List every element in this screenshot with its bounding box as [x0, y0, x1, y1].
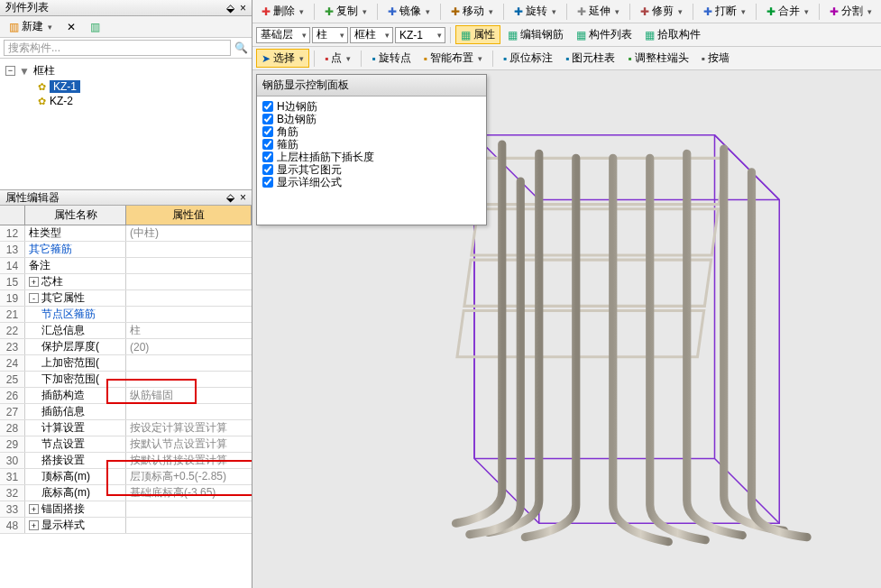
- property-row[interactable]: 30搭接设置按默认搭接设置计算: [0, 453, 252, 469]
- property-row[interactable]: 33+锚固搭接: [0, 501, 252, 518]
- property-row[interactable]: 13其它箍筋: [0, 242, 252, 258]
- checkbox[interactable]: [262, 101, 273, 112]
- property-row[interactable]: 24上加密范围(: [0, 355, 252, 372]
- property-row[interactable]: 28计算设置按设定计算设置计算: [0, 420, 252, 436]
- btn-按墙[interactable]: ▪按墙: [696, 49, 735, 68]
- check-上层柱插筋下插长度[interactable]: 上层柱插筋下插长度: [262, 151, 481, 163]
- new-button[interactable]: ▥ 新建: [4, 17, 58, 36]
- checkbox[interactable]: [262, 152, 273, 162]
- btn-图元柱表[interactable]: ▪图元柱表: [560, 49, 620, 68]
- btn-属性[interactable]: ▦属性: [455, 25, 500, 44]
- property-row[interactable]: 27插筋信息: [0, 404, 252, 420]
- context-toolbar: 基础层柱框柱KZ-1▦属性▦编辑钢筋▦构件列表▦拾取构件: [252, 23, 881, 47]
- btn-编辑钢筋[interactable]: ▦编辑钢筋: [502, 25, 569, 44]
- tool-icon: ▪: [424, 52, 427, 65]
- btn-智能布置[interactable]: ▪智能布置: [418, 49, 488, 68]
- property-row[interactable]: 48+显示样式: [0, 518, 252, 534]
- search-icon[interactable]: 🔍: [234, 41, 248, 54]
- action-toolbar: ➤选择▪点▪旋转点▪智能布置▪原位标注▪图元柱表▪调整柱端头▪按墙: [252, 47, 881, 70]
- checkbox[interactable]: [262, 164, 273, 175]
- cmd-分割[interactable]: ✚分割: [824, 2, 877, 21]
- cmd-复制[interactable]: ✚复制: [319, 2, 372, 21]
- cmd-合并[interactable]: ✚合并: [761, 2, 814, 21]
- close-icon[interactable]: ×: [240, 191, 246, 204]
- component-tree: − ▼ 框柱 ✿ KZ-1 ✿ KZ-2: [0, 59, 252, 189]
- property-row[interactable]: 29节点设置按默认节点设置计算: [0, 436, 252, 453]
- pin-icon[interactable]: ⬙: [226, 191, 234, 204]
- cmd-打断[interactable]: ✚打断: [698, 2, 751, 21]
- property-row[interactable]: 23保护层厚度((20): [0, 339, 252, 355]
- new-icon: ▥: [9, 21, 19, 33]
- tree-item-kz2[interactable]: ✿ KZ-2: [5, 94, 246, 108]
- tool-icon: ▪: [565, 52, 569, 65]
- btn-点[interactable]: ▪点: [319, 49, 356, 68]
- component-list-title: 列件列表: [5, 0, 226, 15]
- cmd-移动[interactable]: ✚移动: [445, 2, 499, 21]
- combo-框柱[interactable]: 框柱: [350, 27, 393, 43]
- checkbox[interactable]: [262, 126, 273, 137]
- property-row[interactable]: 26插筋构造纵筋锚固: [0, 388, 252, 404]
- checkbox[interactable]: [262, 177, 273, 188]
- search-input[interactable]: [4, 40, 231, 56]
- property-row[interactable]: 32底标高(m)基础底标高(-3.65): [0, 485, 252, 501]
- cmd-icon: ✚: [703, 5, 712, 18]
- check-角筋[interactable]: 角筋: [262, 125, 481, 138]
- gear-icon: ✿: [38, 81, 46, 93]
- cmd-icon: ✚: [451, 5, 460, 18]
- filter-icon[interactable]: ▥: [85, 19, 106, 35]
- checkbox[interactable]: [262, 139, 273, 150]
- close-icon[interactable]: ×: [240, 2, 246, 14]
- cmd-旋转[interactable]: ✚旋转: [509, 2, 562, 21]
- btn-旋转点[interactable]: ▪旋转点: [366, 49, 416, 68]
- gear-icon: ✿: [38, 96, 46, 107]
- check-B边钢筋[interactable]: B边钢筋: [262, 113, 481, 125]
- property-row[interactable]: 14备注: [0, 258, 252, 274]
- cmd-删除[interactable]: ✚删除: [256, 2, 309, 21]
- expand-icon[interactable]: +: [29, 277, 39, 287]
- cmd-镜像[interactable]: ✚镜像: [382, 2, 436, 21]
- expand-icon[interactable]: +: [29, 520, 39, 530]
- 3d-viewport[interactable]: 钢筋显示控制面板 H边钢筋B边钢筋角筋箍筋上层柱插筋下插长度显示其它图元显示详细…: [252, 70, 881, 588]
- tool-icon: ▪: [702, 52, 705, 65]
- tool-icon: ▪: [503, 52, 507, 65]
- combo-KZ-1[interactable]: KZ-1: [395, 27, 445, 43]
- check-H边钢筋[interactable]: H边钢筋: [262, 100, 481, 113]
- combo-基础层[interactable]: 基础层: [256, 27, 310, 43]
- property-row[interactable]: 21节点区箍筋: [0, 307, 252, 323]
- tool-icon: ▦: [645, 29, 655, 41]
- combo-柱[interactable]: 柱: [312, 27, 348, 43]
- property-row[interactable]: 22汇总信息柱: [0, 323, 252, 339]
- property-editor-header: 属性编辑器 ⬙ ×: [0, 189, 252, 206]
- btn-调整柱端头[interactable]: ▪调整柱端头: [622, 49, 693, 68]
- check-显示其它图元[interactable]: 显示其它图元: [262, 163, 481, 176]
- property-row[interactable]: 12柱类型(中柱): [0, 225, 252, 242]
- select-button[interactable]: ➤选择: [256, 49, 309, 68]
- cmd-icon: ✚: [262, 5, 271, 18]
- pin-icon[interactable]: ⬙: [226, 2, 234, 14]
- tool-icon: ▪: [628, 52, 631, 65]
- btn-拾取构件[interactable]: ▦拾取构件: [639, 25, 706, 44]
- svg-rect-1: [472, 209, 719, 255]
- check-显示详细公式[interactable]: 显示详细公式: [262, 176, 481, 188]
- collapse-icon[interactable]: -: [29, 293, 39, 303]
- rebar-panel-title: 钢筋显示控制面板: [257, 75, 486, 96]
- collapse-icon[interactable]: −: [5, 66, 15, 76]
- checkbox[interactable]: [262, 114, 273, 124]
- property-row[interactable]: 25下加密范围(: [0, 372, 252, 388]
- filter-icon: ▼: [19, 65, 30, 78]
- tree-item-kz1[interactable]: ✿ KZ-1: [5, 79, 246, 94]
- property-row[interactable]: 15+芯柱: [0, 274, 252, 290]
- delete-icon[interactable]: ✕: [61, 19, 81, 35]
- property-row[interactable]: 31顶标高(m)层顶标高+0.5(-2.85): [0, 469, 252, 485]
- check-箍筋[interactable]: 箍筋: [262, 138, 481, 151]
- btn-原位标注[interactable]: ▪原位标注: [498, 49, 558, 68]
- property-row[interactable]: 19-其它属性: [0, 290, 252, 307]
- tree-root[interactable]: − ▼ 框柱: [5, 62, 246, 79]
- btn-构件列表[interactable]: ▦构件列表: [571, 25, 638, 44]
- cmd-修剪[interactable]: ✚修剪: [635, 2, 688, 21]
- cmd-icon: ✚: [766, 5, 775, 18]
- top-toolbar: ✚删除✚复制✚镜像✚移动✚旋转✚延伸✚修剪✚打断✚合并✚分割: [252, 0, 881, 23]
- tool-icon: ▦: [508, 29, 518, 41]
- expand-icon[interactable]: +: [29, 504, 39, 514]
- cmd-延伸[interactable]: ✚延伸: [572, 2, 625, 21]
